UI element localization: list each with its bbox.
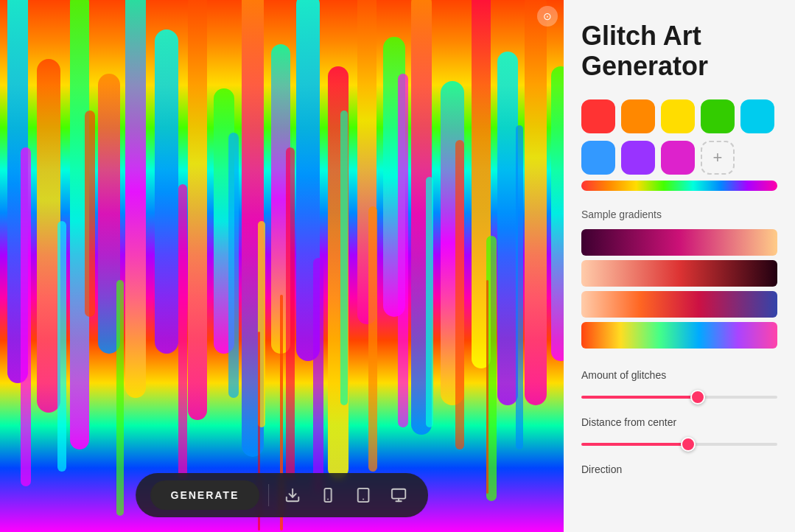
svg-rect-28: [313, 258, 323, 494]
svg-rect-20: [21, 147, 31, 486]
svg-rect-44: [392, 489, 405, 499]
color-swatches-row2: +: [581, 141, 777, 175]
svg-rect-1: [37, 59, 60, 413]
svg-rect-4: [125, 0, 146, 398]
svg-rect-40: [325, 489, 332, 502]
color-swatch-red[interactable]: [581, 99, 615, 133]
svg-rect-24: [178, 184, 187, 479]
amount-slider-label: Amount of glitches: [581, 369, 777, 381]
direction-label: Direction: [581, 463, 777, 475]
svg-rect-21: [57, 221, 66, 472]
sample-gradient-4[interactable]: [581, 322, 777, 349]
svg-rect-19: [551, 66, 564, 361]
svg-rect-27: [286, 147, 295, 479]
color-swatch-orange[interactable]: [621, 99, 655, 133]
svg-rect-18: [525, 0, 547, 405]
sample-gradients-list: [581, 229, 777, 349]
github-button[interactable]: ⊙: [537, 6, 558, 27]
svg-rect-23: [116, 280, 124, 516]
right-panel: Glitch Art Generator + Sample gradients …: [564, 0, 795, 532]
color-swatch-blue[interactable]: [581, 141, 615, 175]
glitch-canvas: [0, 0, 564, 532]
svg-rect-38: [486, 280, 488, 494]
color-swatch-magenta[interactable]: [661, 141, 695, 175]
svg-rect-22: [85, 111, 95, 317]
add-color-button[interactable]: +: [701, 141, 735, 175]
svg-rect-6: [188, 0, 207, 420]
app-title: Glitch Art Generator: [581, 21, 777, 82]
tablet-view-button[interactable]: [349, 480, 378, 510]
svg-rect-30: [368, 206, 377, 472]
toolbar: GENERATE: [136, 473, 429, 517]
glitch-stripes: [0, 0, 564, 532]
svg-rect-5: [155, 29, 178, 354]
generate-button[interactable]: GENERATE: [150, 480, 260, 510]
svg-rect-17: [497, 52, 518, 405]
download-button[interactable]: [278, 480, 307, 510]
color-swatch-purple[interactable]: [621, 141, 655, 175]
amount-slider-section: Amount of glitches: [581, 369, 777, 402]
sample-gradient-3[interactable]: [581, 291, 777, 318]
svg-rect-33: [455, 140, 464, 449]
toolbar-separator: [268, 484, 269, 506]
svg-rect-42: [358, 489, 369, 502]
sample-gradient-2[interactable]: [581, 260, 777, 287]
distance-slider-section: Distance from center: [581, 416, 777, 449]
sample-gradients-label: Sample gradients: [581, 209, 777, 220]
distance-slider[interactable]: [581, 443, 777, 446]
color-swatch-yellow[interactable]: [661, 99, 695, 133]
color-swatch-cyan[interactable]: [740, 99, 774, 133]
svg-rect-32: [426, 177, 433, 427]
amount-slider[interactable]: [581, 396, 777, 399]
gradient-preview-bar: [581, 181, 777, 191]
canvas-area: ⊙ GENERATE: [0, 0, 564, 532]
svg-rect-29: [340, 111, 348, 405]
svg-rect-31: [398, 74, 408, 427]
distance-slider-label: Distance from center: [581, 416, 777, 428]
sample-gradient-1[interactable]: [581, 229, 777, 256]
color-swatch-green[interactable]: [701, 99, 735, 133]
color-swatches: [581, 99, 777, 133]
svg-rect-35: [516, 125, 523, 449]
svg-rect-25: [228, 133, 239, 398]
mobile-view-button[interactable]: [313, 480, 343, 510]
desktop-view-button[interactable]: [384, 480, 413, 510]
